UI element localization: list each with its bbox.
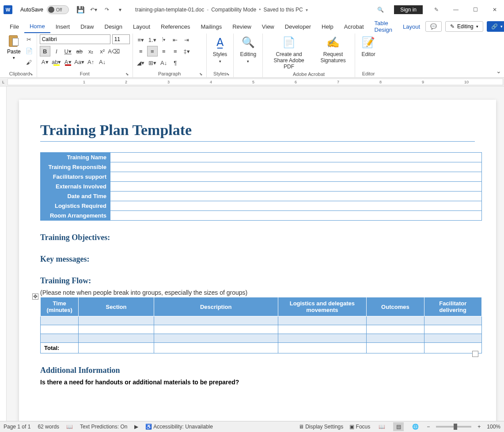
- minimize-button[interactable]: —: [450, 4, 462, 15]
- align-left-button[interactable]: ≡: [136, 46, 146, 56]
- coming-soon-icon[interactable]: ✎: [431, 4, 442, 15]
- justify-button[interactable]: ≡: [170, 46, 181, 56]
- editor-button[interactable]: 📝 Editor: [358, 34, 379, 58]
- tab-home[interactable]: Home: [24, 20, 50, 33]
- share-button[interactable]: 🔗 ▾: [487, 21, 504, 32]
- format-painter-button[interactable]: 🖌: [24, 57, 34, 67]
- table-row[interactable]: Room Arrangements: [41, 211, 482, 221]
- signin-button[interactable]: Sign in: [394, 5, 423, 14]
- web-layout-button[interactable]: 🌐: [410, 422, 421, 431]
- flow-table[interactable]: Time (minutes)SectionDescriptionLogistic…: [40, 297, 482, 353]
- table-row[interactable]: [41, 334, 482, 343]
- document-heading[interactable]: Training Plan Template: [40, 122, 475, 142]
- row-value[interactable]: [110, 182, 482, 192]
- italic-button[interactable]: I: [51, 46, 62, 56]
- row-label[interactable]: Training Responsible: [41, 162, 110, 172]
- tab-insert[interactable]: Insert: [50, 21, 76, 33]
- row-value[interactable]: [110, 201, 482, 211]
- strikethrough-button[interactable]: ab: [74, 46, 85, 56]
- table-resize-handle[interactable]: [472, 351, 478, 357]
- tab-mailings[interactable]: Mailings: [196, 21, 227, 33]
- styles-button[interactable]: A̲ Styles ▾: [209, 34, 231, 64]
- text-predictions[interactable]: Text Predictions: On: [80, 424, 127, 430]
- paragraph-launcher[interactable]: ⬊: [199, 72, 203, 76]
- close-button[interactable]: ✕: [489, 4, 500, 15]
- editing-button[interactable]: 🔍 Editing ▾: [236, 34, 260, 64]
- maximize-button[interactable]: ☐: [470, 4, 481, 15]
- tab-design[interactable]: Design: [99, 21, 128, 33]
- decrease-indent-button[interactable]: ⇤: [170, 34, 181, 45]
- align-right-button[interactable]: ≡: [159, 46, 169, 56]
- show-marks-button[interactable]: ¶: [170, 57, 181, 68]
- spelling-icon[interactable]: 📖: [66, 424, 73, 430]
- macro-icon[interactable]: ▶: [134, 424, 138, 430]
- total-cell[interactable]: Total:: [41, 343, 79, 353]
- row-label[interactable]: Facilitators support: [41, 172, 110, 182]
- tab-references[interactable]: References: [155, 21, 195, 33]
- table-row[interactable]: Training Name: [41, 153, 482, 162]
- zoom-level[interactable]: 100%: [487, 424, 500, 430]
- tab-help[interactable]: Help: [316, 21, 339, 33]
- text-effects-button[interactable]: A▾: [40, 56, 50, 67]
- read-mode-button[interactable]: 📖: [376, 422, 387, 431]
- column-header[interactable]: Description: [154, 297, 278, 316]
- increase-indent-button[interactable]: ⇥: [182, 34, 192, 45]
- subscript-button[interactable]: x₂: [86, 46, 96, 56]
- underline-button[interactable]: U▾: [63, 46, 73, 56]
- line-spacing-button[interactable]: ‡▾: [182, 46, 192, 56]
- row-label[interactable]: Training Name: [41, 153, 110, 162]
- page[interactable]: Training Plan Template Training NameTrai…: [19, 100, 496, 426]
- tab-draw[interactable]: Draw: [75, 21, 99, 33]
- font-launcher[interactable]: ⬊: [125, 72, 129, 76]
- accessibility-status[interactable]: ♿ Accessibility: Unavailable: [145, 424, 212, 430]
- row-label[interactable]: Room Arrangements: [41, 211, 110, 221]
- word-count[interactable]: 62 words: [38, 424, 59, 430]
- page-count[interactable]: Page 1 of 1: [4, 424, 30, 430]
- ruler-corner[interactable]: L: [0, 78, 7, 86]
- editing-mode-button[interactable]: ✎ Editing ▾: [445, 21, 483, 32]
- flow-note[interactable]: (Please note when people break into grou…: [40, 289, 475, 296]
- comments-button[interactable]: 💬: [425, 21, 442, 32]
- column-header[interactable]: Outcomes: [367, 297, 424, 316]
- table-row[interactable]: [41, 316, 482, 325]
- table-row[interactable]: Date and Time: [41, 192, 482, 201]
- table-row[interactable]: Facilitators support: [41, 172, 482, 182]
- column-header[interactable]: Time (minutes): [41, 297, 79, 316]
- request-signatures-button[interactable]: ✍ Request Signatures: [314, 34, 352, 71]
- row-value[interactable]: [110, 172, 482, 182]
- align-center-button[interactable]: ≡: [147, 46, 158, 56]
- highlight-button[interactable]: ab▾: [51, 56, 62, 67]
- table-row[interactable]: Total:: [41, 343, 482, 353]
- info-table[interactable]: Training NameTraining ResponsibleFacilit…: [40, 152, 482, 221]
- bold-button[interactable]: B: [40, 46, 50, 56]
- horizontal-ruler[interactable]: 1 2 3 4 5 6 7 8 9 10: [8, 79, 503, 85]
- qat-customize-icon[interactable]: ▾: [117, 6, 124, 13]
- zoom-slider[interactable]: [436, 426, 471, 428]
- superscript-button[interactable]: x²: [97, 46, 108, 56]
- display-settings-button[interactable]: 🖥 Display Settings: [299, 424, 343, 430]
- tab-table-design[interactable]: Table Design: [369, 17, 398, 36]
- change-case-button[interactable]: Aa▾: [74, 56, 85, 67]
- collapse-ribbon-button[interactable]: ⌄: [496, 68, 501, 75]
- table-row[interactable]: Training Responsible: [41, 162, 482, 172]
- sort-button[interactable]: A↓: [159, 57, 169, 68]
- shading-button[interactable]: ◢▾: [136, 57, 146, 68]
- create-pdf-button[interactable]: 📄 Create and Share Adobe PDF: [265, 34, 312, 71]
- focus-button[interactable]: ▣ Focus: [349, 424, 370, 430]
- search-icon[interactable]: 🔍: [375, 4, 386, 15]
- paste-button[interactable]: Paste ▾: [5, 34, 23, 67]
- vertical-ruler[interactable]: [0, 86, 7, 432]
- column-header[interactable]: Section: [79, 297, 154, 316]
- zoom-in-button[interactable]: +: [477, 424, 481, 430]
- tab-file[interactable]: File: [4, 21, 24, 33]
- font-name-input[interactable]: [40, 34, 110, 44]
- save-icon[interactable]: 💾: [77, 6, 84, 13]
- tab-view[interactable]: View: [257, 21, 280, 33]
- row-label[interactable]: Logistics Required: [41, 201, 110, 211]
- autosave-control[interactable]: AutoSave Off: [20, 5, 69, 14]
- numbering-button[interactable]: 1.▾: [147, 34, 158, 45]
- tab-layout-context[interactable]: Layout: [398, 21, 425, 33]
- cut-button[interactable]: ✂: [24, 34, 34, 44]
- zoom-out-button[interactable]: −: [427, 424, 430, 430]
- column-header[interactable]: Facilitator delivering: [424, 297, 481, 316]
